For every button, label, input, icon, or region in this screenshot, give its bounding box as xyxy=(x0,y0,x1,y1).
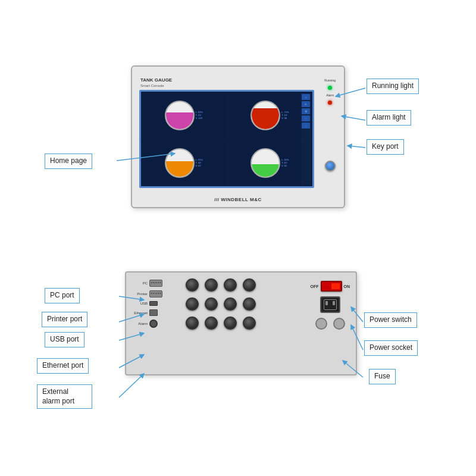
front-panel: TANK GAUGE Smart Console L: 82%T: 21°V: … xyxy=(131,65,345,208)
usb-port-connector[interactable] xyxy=(149,301,158,306)
tank-panel-4: L: 45%T: 20°V: 65 xyxy=(227,139,313,186)
alarm-port-item: Alarm xyxy=(131,320,162,328)
power-area: OFF ON xyxy=(311,281,350,330)
front-panel-content: TANK GAUGE Smart Console L: 82%T: 21°V: … xyxy=(139,77,314,196)
brand-label: TANK GAUGE xyxy=(139,77,314,83)
printer-port-label: Printer port xyxy=(42,312,87,327)
tank-gauge-2 xyxy=(250,101,280,130)
printer-port-item: Printer xyxy=(131,290,162,298)
tank-panel-1: L: 82%T: 21°V: 120 xyxy=(141,92,227,139)
tank-gauge-1 xyxy=(165,101,195,130)
running-indicator-label: Running xyxy=(324,79,336,82)
tank-fill-1 xyxy=(166,112,193,129)
usb-port-label: USB port xyxy=(45,332,84,347)
screen-icon-2: ≡ xyxy=(302,101,310,107)
printer-port-sm-label: Printer xyxy=(131,292,148,296)
port-column: PC Printer USB Ethernet Alarm xyxy=(131,280,162,328)
fuse-label: Fuse xyxy=(369,369,396,384)
tank-gauge-4 xyxy=(250,148,280,178)
svg-line-1 xyxy=(342,116,365,120)
ethernet-port-item: Ethernet xyxy=(131,309,162,316)
ethernet-port-sm-label: Ethernet xyxy=(131,311,148,315)
pc-port-label: PC port xyxy=(45,288,80,303)
alarm-circular-connector[interactable] xyxy=(149,320,158,328)
screen-sidebar: ⌂ ≡ ⚙ ↑ ↓ xyxy=(300,93,311,185)
connector-11[interactable] xyxy=(224,317,237,330)
screen-icon-5: ↓ xyxy=(302,123,310,129)
tank-panel-3: L: 55%T: 22°V: 87 xyxy=(141,139,227,186)
home-page-label: Home page xyxy=(45,154,92,169)
tank-fill-2 xyxy=(252,108,279,129)
tank-fill-4 xyxy=(252,164,279,177)
alarm-light-dot xyxy=(328,101,332,105)
tank-gauge-3 xyxy=(165,148,195,178)
key-port-label: Key port xyxy=(367,139,404,155)
connector-6[interactable] xyxy=(205,298,218,311)
tank-panel-2: L: 75%T: 19°V: 98 xyxy=(227,92,313,139)
iec-prong-left xyxy=(325,301,328,305)
screen-icon-4: ↑ xyxy=(302,115,310,121)
switch-container: OFF ON xyxy=(311,281,350,292)
connector-10[interactable] xyxy=(205,317,218,330)
device-logo: /// WINDBELL M&C xyxy=(214,197,261,202)
power-rocker-switch[interactable] xyxy=(321,281,342,292)
connector-5[interactable] xyxy=(186,298,199,311)
external-alarm-label: External alarm port xyxy=(37,384,92,409)
power-switch-label: Power switch xyxy=(364,312,417,328)
running-light-dot xyxy=(328,86,332,90)
iec-inner xyxy=(324,299,337,310)
svg-line-2 xyxy=(347,146,365,148)
usb-port-sm-label: USB xyxy=(131,302,148,305)
power-socket-label: Power socket xyxy=(364,340,418,356)
iec-prong-right xyxy=(333,301,335,305)
running-light-label: Running light xyxy=(367,79,419,94)
connector-grid xyxy=(186,278,258,332)
pc-port-item: PC xyxy=(131,280,162,287)
screen-icon-3: ⚙ xyxy=(302,108,310,114)
screen-grid: L: 82%T: 21°V: 120 L: 75%T: 19°V: 98 xyxy=(141,92,312,186)
alarm-light-label: Alarm light xyxy=(367,110,411,126)
connector-1[interactable] xyxy=(186,278,199,292)
svg-line-8 xyxy=(119,374,144,397)
printer-db9-connector[interactable] xyxy=(149,290,162,298)
connector-8[interactable] xyxy=(243,298,256,311)
main-screen: L: 82%T: 21°V: 120 L: 75%T: 19°V: 98 xyxy=(139,90,314,188)
indicator-area: Running Alarm xyxy=(324,79,336,105)
tank-fill-3 xyxy=(166,161,193,176)
connector-2[interactable] xyxy=(205,278,218,292)
subtitle-label: Smart Console xyxy=(139,84,314,87)
pc-port-sm-label: PC xyxy=(131,281,148,285)
alarm-port-sm-label: Alarm xyxy=(131,322,148,325)
connector-9[interactable] xyxy=(186,317,199,330)
connector-3[interactable] xyxy=(224,278,237,292)
fuse-row xyxy=(315,318,345,330)
screen-icon-1: ⌂ xyxy=(302,94,310,100)
on-label: ON xyxy=(344,284,350,289)
off-label: OFF xyxy=(311,284,319,289)
key-port-button[interactable] xyxy=(325,161,336,171)
ethernet-port-label: Ethernet port xyxy=(37,358,89,374)
iec-power-socket[interactable] xyxy=(320,296,340,313)
connector-12[interactable] xyxy=(243,317,256,330)
pc-db9-connector[interactable] xyxy=(149,280,162,287)
ethernet-rj45-connector[interactable] xyxy=(149,309,158,316)
connector-7[interactable] xyxy=(224,298,237,311)
usb-port-item: USB xyxy=(131,301,162,306)
fuse-holder-1[interactable] xyxy=(315,318,327,330)
alarm-indicator-label: Alarm xyxy=(326,93,334,97)
fuse-holder-2[interactable] xyxy=(333,318,345,330)
connector-4[interactable] xyxy=(243,278,256,292)
back-panel: PC Printer USB Ethernet Alarm xyxy=(125,271,357,375)
